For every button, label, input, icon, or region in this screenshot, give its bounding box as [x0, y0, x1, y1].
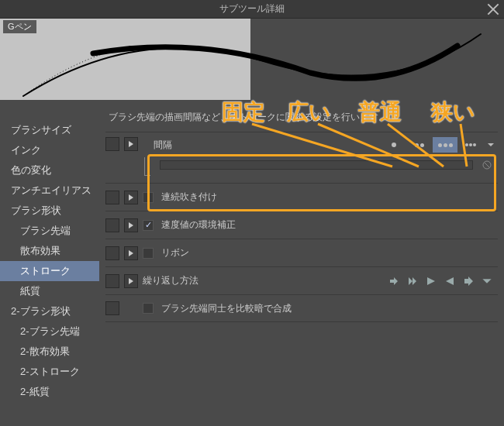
- enable-checkbox[interactable]: [105, 274, 119, 288]
- repeat-label: 繰り返し方法: [143, 274, 198, 287]
- repeat-mode-5-icon[interactable]: [461, 273, 476, 289]
- blend-label: ブラシ先端同士を比較暗で合成: [161, 302, 292, 315]
- ribbon-label: リボン: [161, 246, 189, 259]
- titlebar: サブツール詳細: [0, 0, 504, 19]
- row-spacing: 間隔: [105, 132, 498, 183]
- sidebar-item[interactable]: 2-ストローク: [0, 362, 99, 382]
- sidebar-item[interactable]: ブラシ形状: [0, 201, 99, 221]
- category-sidebar: ブラシサイズインク色の変化アンチエイリアスブラシ形状ブラシ先端散布効果ストローク…: [0, 100, 99, 426]
- option-checkbox[interactable]: [143, 248, 154, 259]
- enable-checkbox[interactable]: [105, 246, 119, 260]
- sidebar-item[interactable]: ブラシ先端: [0, 221, 99, 241]
- enable-checkbox[interactable]: [105, 301, 119, 315]
- spacing-preset-normal[interactable]: [433, 137, 457, 153]
- expand-button[interactable]: [124, 191, 138, 204]
- sidebar-item[interactable]: 2-紙質: [0, 382, 99, 402]
- spacing-preset-group: [381, 137, 498, 153]
- sidebar-item[interactable]: ストローク: [0, 261, 99, 281]
- chevron-down-icon[interactable]: [479, 273, 495, 289]
- sidebar-item[interactable]: ブラシサイズ: [0, 120, 99, 140]
- option-checkbox[interactable]: [143, 192, 154, 203]
- repeat-mode-3-icon[interactable]: [423, 273, 439, 289]
- sidebar-item[interactable]: 2-ブラシ先端: [0, 321, 99, 342]
- annotation-wide: 広い: [287, 98, 331, 127]
- sidebar-item[interactable]: 2-ブラシ形状: [0, 301, 99, 321]
- expand-button[interactable]: [124, 137, 138, 151]
- expand-button[interactable]: [124, 246, 138, 260]
- chevron-down-icon[interactable]: [484, 137, 498, 153]
- enable-checkbox[interactable]: [105, 137, 119, 151]
- bracket-decoration: [144, 157, 150, 176]
- option-checkbox[interactable]: [143, 220, 154, 231]
- sidebar-item[interactable]: 散布効果: [0, 241, 99, 261]
- reset-icon[interactable]: [479, 157, 495, 173]
- annotation-fixed: 固定: [222, 98, 265, 127]
- annotation-normal: 普通: [358, 98, 402, 127]
- sidebar-item[interactable]: 色の変化: [0, 160, 99, 180]
- enable-checkbox[interactable]: [105, 218, 119, 232]
- repeat-mode-1-icon[interactable]: [386, 273, 402, 289]
- expand-button[interactable]: [124, 274, 138, 288]
- sidebar-item[interactable]: アンチエイリアス: [0, 180, 99, 201]
- velocity-label: 速度値の環境補正: [161, 218, 236, 232]
- brush-stroke-preview: [0, 19, 504, 100]
- spacing-label: 間隔: [143, 139, 172, 152]
- annotation-narrow: 狭い: [431, 98, 475, 127]
- row-ribbon: リボン: [105, 239, 498, 266]
- row-continuous-spray: 連続吹き付け: [105, 183, 498, 211]
- brush-preview: Gペン: [0, 19, 504, 100]
- spacing-preset-wide[interactable]: [407, 137, 432, 153]
- sidebar-item[interactable]: インク: [0, 140, 99, 160]
- window-title: サブツール詳細: [219, 2, 285, 15]
- continuous-label: 連続吹き付け: [161, 191, 217, 204]
- enable-checkbox[interactable]: [105, 191, 119, 204]
- spacing-preset-fixed[interactable]: [381, 137, 406, 153]
- option-checkbox[interactable]: [143, 303, 154, 314]
- close-icon[interactable]: [487, 3, 499, 15]
- row-blend-darker: ブラシ先端同士を比較暗で合成: [105, 294, 498, 322]
- repeat-mode-2-icon[interactable]: [405, 273, 420, 289]
- spacing-slider[interactable]: [160, 160, 473, 170]
- sidebar-item[interactable]: 紙質: [0, 281, 99, 301]
- row-repeat-method: 繰り返し方法: [105, 266, 498, 294]
- row-velocity-correction: 速度値の環境補正: [105, 211, 498, 239]
- sidebar-item[interactable]: 2-散布効果: [0, 342, 99, 362]
- repeat-mode-4-icon[interactable]: [442, 273, 457, 289]
- expand-button[interactable]: [124, 218, 138, 232]
- repeat-mode-group: [386, 273, 498, 289]
- spacing-preset-narrow[interactable]: [458, 137, 483, 153]
- settings-panel: ブラシ先端の描画間隔など、ストロークに関する設定を行います。 間隔: [99, 100, 504, 426]
